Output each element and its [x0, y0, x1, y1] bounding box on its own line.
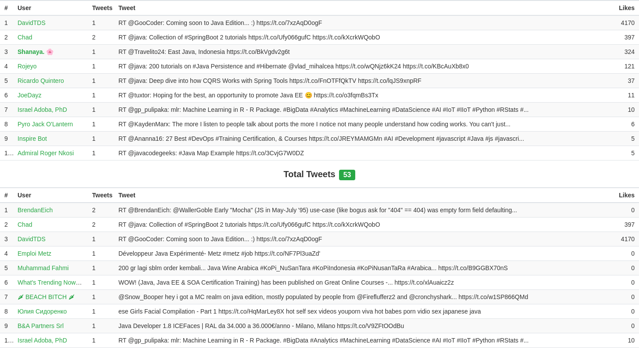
cell-tweet: RT @javacodegeeks: #Java Map Example htt… [114, 146, 613, 161]
cell-num: 1 [0, 203, 13, 218]
cell-num: 4 [0, 59, 13, 74]
cell-num: 9 [0, 132, 13, 146]
cell-user[interactable]: Israel Adoba, PhD [13, 333, 88, 348]
cell-num: 1 [0, 15, 13, 30]
user-link[interactable]: What's Trending Now in 2018 [18, 279, 88, 286]
table-row: 4Rojeyo1RT @java: 200 tutorials on #Java… [0, 59, 639, 74]
user-link[interactable]: B&A Partners Srl [18, 322, 64, 329]
cell-num: 8 [0, 304, 13, 319]
cell-tweet: ese Girls Facial Compilation - Part 1 ht… [114, 304, 613, 319]
col2-header-tweets: Tweets [88, 188, 114, 203]
user-link[interactable]: Юлия Сидоренко [18, 308, 67, 315]
cell-user[interactable]: DavidTDS [13, 15, 88, 30]
cell-likes: 121 [613, 59, 639, 74]
cell-tweets: 1 [88, 290, 114, 304]
cell-tweet: RT @tuxtor: Hoping for the best, an oppo… [114, 88, 613, 103]
cell-user[interactable]: 🌶 BEACH BITCH 🌶 [13, 290, 88, 304]
cell-user[interactable]: B&A Partners Srl [13, 319, 88, 333]
user-link[interactable]: Chad [18, 34, 32, 41]
table-row: 8Pyro Jack O'Lantern1RT @KaydenMarx: The… [0, 117, 639, 132]
cell-num: 5 [0, 261, 13, 275]
cell-user[interactable]: Emploi Metz [13, 246, 88, 261]
cell-tweet: RT @BrendanEich: @WallerGoble Early "Moc… [114, 203, 613, 218]
cell-num: 5 [0, 74, 13, 88]
cell-likes: 397 [613, 30, 639, 45]
cell-user[interactable]: DavidTDS [13, 232, 88, 246]
cell-likes: 0 [613, 290, 639, 304]
cell-likes: 0 [613, 261, 639, 275]
table-row: 8Юлия Сидоренко1ese Girls Facial Compila… [0, 304, 639, 319]
cell-tweet: RT @Ananna16: 27 Best #DevOps #Training … [114, 132, 613, 146]
cell-tweets: 2 [88, 30, 114, 45]
cell-likes: 324 [613, 45, 639, 59]
cell-num: 9 [0, 319, 13, 333]
user-link[interactable]: Ricardo Quintero [18, 77, 64, 84]
cell-tweet: RT @gp_pulipaka: mlr: Machine Learning i… [114, 333, 613, 348]
user-link[interactable]: 🌶 BEACH BITCH 🌶 [18, 293, 75, 300]
cell-tweets: 1 [88, 132, 114, 146]
col-header-tweet: Tweet [114, 0, 613, 15]
user-link[interactable]: Shanaya. 🌸 [18, 48, 54, 55]
user-link[interactable]: Admiral Roger Nkosi [18, 150, 74, 157]
cell-num: 3 [0, 232, 13, 246]
user-link[interactable]: Inspire Bot [18, 135, 47, 142]
cell-tweets: 2 [88, 203, 114, 218]
table-row: 1DavidTDS1RT @GooCoder: Coming soon to J… [0, 15, 639, 30]
cell-user[interactable]: Muhammad Fahmi [13, 261, 88, 275]
user-link[interactable]: DavidTDS [18, 236, 46, 243]
cell-num: 4 [0, 246, 13, 261]
user-link[interactable]: Rojeyo [18, 63, 37, 70]
user-link[interactable]: Israel Adoba, PhD [18, 106, 67, 113]
table-row: 2Chad2RT @java: Collection of #SpringBoo… [0, 30, 639, 45]
user-link[interactable]: Chad [18, 221, 32, 228]
col2-header-likes: Likes [613, 188, 639, 203]
user-link[interactable]: DavidTDS [18, 19, 46, 26]
cell-user[interactable]: BrendanEich [13, 203, 88, 218]
total-tweets-badge: 53 [339, 170, 356, 180]
cell-likes: 0 [613, 246, 639, 261]
cell-tweet: RT @KaydenMarx: The more I listen to peo… [114, 117, 613, 132]
cell-likes: 10 [613, 103, 639, 117]
table-row: 9B&A Partners Srl1Java Developer 1.8 ICE… [0, 319, 639, 333]
cell-user[interactable]: JoeDayz [13, 88, 88, 103]
col-header-likes: Likes [613, 0, 639, 15]
cell-num: 6 [0, 88, 13, 103]
table-row: 5Muhammad Fahmi1200 gr lagi sblm order k… [0, 261, 639, 275]
top-table-body: 1DavidTDS1RT @GooCoder: Coming soon to J… [0, 15, 639, 161]
cell-user[interactable]: Pyro Jack O'Lantern [13, 117, 88, 132]
table-row: 6What's Trending Now in 20181WOW! (Java,… [0, 275, 639, 290]
user-link[interactable]: Israel Adoba, PhD [18, 337, 67, 344]
col-header-user: User [13, 0, 88, 15]
cell-user[interactable]: Ricardo Quintero [13, 74, 88, 88]
user-link[interactable]: Pyro Jack O'Lantern [18, 121, 73, 128]
cell-user[interactable]: Chad [13, 218, 88, 232]
col-header-tweets: Tweets [88, 0, 114, 15]
cell-user[interactable]: Israel Adoba, PhD [13, 103, 88, 117]
cell-tweet: WOW! (Java, Java EE & SOA Certification … [114, 275, 613, 290]
cell-likes: 397 [613, 218, 639, 232]
cell-num: 7 [0, 290, 13, 304]
user-link[interactable]: Emploi Metz [18, 250, 51, 257]
user-link[interactable]: BrendanEich [18, 207, 53, 214]
cell-tweets: 1 [88, 246, 114, 261]
cell-user[interactable]: Юлия Сидоренко [13, 304, 88, 319]
cell-tweets: 1 [88, 117, 114, 132]
cell-user[interactable]: Shanaya. 🌸 [13, 45, 88, 59]
cell-user[interactable]: What's Trending Now in 2018 [13, 275, 88, 290]
table-row: 3Shanaya. 🌸1RT @Travelito24: East Java, … [0, 45, 639, 59]
cell-user[interactable]: Chad [13, 30, 88, 45]
cell-tweets: 1 [88, 15, 114, 30]
cell-user[interactable]: Admiral Roger Nkosi [13, 146, 88, 161]
bottom-table-header: # User Tweets Tweet Likes [0, 188, 639, 203]
cell-likes: 10 [613, 333, 639, 348]
table-row: 10Admiral Roger Nkosi1RT @javacodegeeks:… [0, 146, 639, 161]
user-link[interactable]: JoeDayz [18, 92, 41, 99]
cell-tweet: RT @Travelito24: East Java, Indonesia ht… [114, 45, 613, 59]
cell-tweet: Java Developer 1.8 ICEFaces | RAL da 34.… [114, 319, 613, 333]
cell-tweet: RT @gp_pulipaka: mlr: Machine Learning i… [114, 103, 613, 117]
cell-user[interactable]: Rojeyo [13, 59, 88, 74]
user-link[interactable]: Muhammad Fahmi [18, 264, 69, 271]
col-header-num: # [0, 0, 13, 15]
cell-user[interactable]: Inspire Bot [13, 132, 88, 146]
cell-likes: 0 [613, 275, 639, 290]
